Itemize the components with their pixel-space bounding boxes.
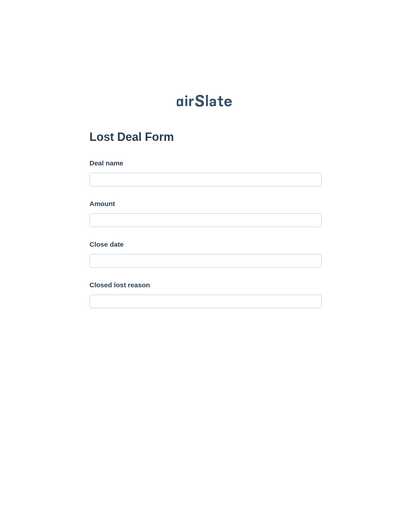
airslate-logo [175,94,236,111]
label-closed-lost-reason: Closed lost reason [90,281,322,289]
field-group-amount: Amount [90,200,322,227]
logo-container [0,94,411,111]
page: Lost Deal Form Deal name Amount Close da… [0,0,411,532]
label-deal-name: Deal name [90,159,322,167]
field-group-deal-name: Deal name [90,159,322,186]
label-amount: Amount [90,200,322,208]
svg-rect-0 [185,99,187,106]
form-container: Lost Deal Form Deal name Amount Close da… [90,130,322,308]
field-group-close-date: Close date [90,241,322,268]
svg-rect-2 [206,95,208,106]
input-deal-name[interactable] [90,173,322,186]
input-closed-lost-reason[interactable] [90,295,322,308]
svg-point-1 [185,95,187,98]
label-close-date: Close date [90,241,322,248]
form-title: Lost Deal Form [90,130,322,144]
field-group-closed-lost-reason: Closed lost reason [90,281,322,308]
input-amount[interactable] [90,213,322,227]
input-close-date[interactable] [90,254,322,268]
